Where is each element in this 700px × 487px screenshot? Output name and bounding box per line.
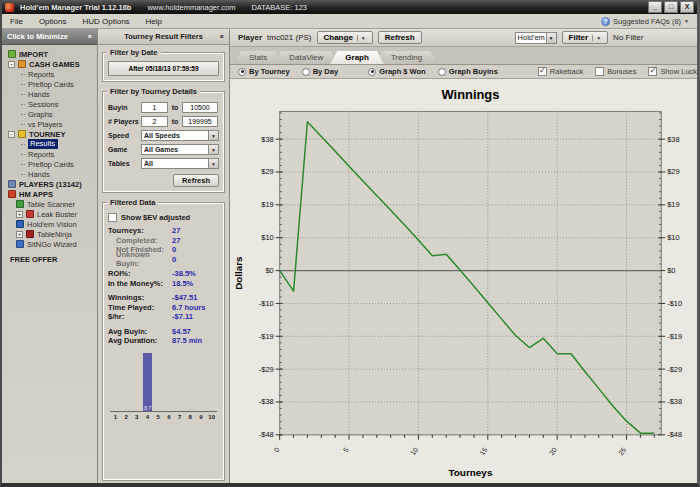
filtered-data-title: Filtered Data — [107, 198, 158, 207]
y-tick-label: -$19 — [667, 332, 682, 341]
sidebar-item-label: Graphs — [28, 110, 53, 119]
y-tick-label: $19 — [667, 200, 679, 209]
sidebar-item-tableninja[interactable]: +TableNinja — [4, 229, 97, 239]
filters-panel-title: Tourney Result Filters — [124, 32, 203, 41]
maximize-button[interactable]: □ — [664, 1, 678, 13]
y-tick-label: -$10 — [667, 299, 682, 308]
expand-node-icon[interactable]: + — [16, 211, 23, 218]
menu-items: FileOptionsHUD OptionsHelp — [2, 17, 170, 26]
stat-tourneys: Tourneys:27 — [108, 226, 219, 236]
stat-label: Time Played: — [108, 303, 172, 312]
collapse-left-icon[interactable]: « — [88, 32, 92, 41]
players-min-input[interactable] — [141, 116, 168, 127]
tree-line — [21, 164, 25, 165]
sidebar-item-leak-buster[interactable]: +Leak Buster — [4, 209, 97, 219]
speed-select[interactable]: All Speeds▼ — [141, 130, 219, 141]
filter-button[interactable]: Filter ▼ — [562, 31, 609, 44]
sidebar-item-preflop-cards[interactable]: Preflop Cards — [4, 79, 97, 89]
sidebar-item-sessions[interactable]: Sessions — [4, 99, 97, 109]
date-filter-button[interactable]: After 05/18/13 07:59:59 — [108, 61, 219, 76]
bonuses-checkbox[interactable] — [595, 67, 604, 76]
collapse-node-icon[interactable]: - — [8, 131, 15, 138]
sidebar-item-vs-players[interactable]: vs Players — [4, 119, 97, 129]
sidebar-item-tourney[interactable]: -TOURNEY — [4, 129, 97, 139]
show-luck-adjusted-winnings-checkbox[interactable] — [648, 67, 657, 76]
radio-graph-won[interactable]: Graph $ Won — [368, 67, 426, 76]
buyin-max-input[interactable] — [182, 102, 218, 113]
sidebar-item-graphs[interactable]: Graphs — [4, 109, 97, 119]
histogram-x-label: 5 — [153, 414, 164, 420]
sidebar-item-hm-apps[interactable]: HM APPS — [4, 189, 97, 199]
expand-node-icon[interactable]: + — [16, 231, 23, 238]
sidebar-minimize-bar[interactable]: Click to Minimize « — [2, 29, 97, 45]
sidebar-item-reports[interactable]: Reports — [4, 149, 97, 159]
checkbox-show-luck-adjusted-winnings[interactable]: Show Luck Adjusted Winnings — [648, 67, 700, 76]
sidebar-item-players-13142[interactable]: PLAYERS (13142) — [4, 179, 97, 189]
radio-graph-buyins[interactable]: Graph Buyins — [438, 67, 498, 76]
select-filter-rows: SpeedAll Speeds▼GameAll Games▼TablesAll▼ — [108, 129, 219, 170]
radio-by-tourney[interactable]: By Tourney — [238, 67, 290, 76]
tree-line — [21, 114, 25, 115]
checkbox-rakeback[interactable]: Rakeback — [538, 67, 583, 76]
sidebar-item-label: SitNGo Wizard — [27, 240, 77, 249]
radio-by-day[interactable]: By Day — [302, 67, 338, 76]
x-tick-label: 5 — [342, 446, 350, 453]
sidebar-item-reports[interactable]: Reports — [4, 69, 97, 79]
menu-help[interactable]: Help — [138, 17, 170, 26]
graph-buyins-radio[interactable] — [438, 68, 446, 76]
refresh-filters-button[interactable]: Refresh — [173, 174, 219, 187]
close-button[interactable]: X — [680, 1, 694, 13]
sidebar-item-results[interactable]: Results — [4, 139, 97, 149]
suggested-faqs[interactable]: ? Suggested FAQs (8) ▼ — [601, 17, 697, 26]
tables-select[interactable]: All▼ — [141, 158, 219, 169]
tab-graph[interactable]: Graph — [330, 51, 384, 64]
sidebar-item-sitngo-wizard[interactable]: SitNGo Wizard — [4, 239, 97, 249]
graph-won-radio[interactable] — [368, 68, 376, 76]
stat-value: -$47.51 — [172, 293, 197, 302]
select-row-game: GameAll Games▼ — [108, 143, 219, 156]
chevron-down-icon[interactable]: ▼ — [546, 33, 556, 43]
game-type-select[interactable]: Hold'em ▼ — [515, 32, 557, 44]
show-ev-adjusted-label: Show $EV adjusted — [121, 213, 190, 222]
by-tourney-radio[interactable] — [238, 68, 246, 76]
players-max-input[interactable] — [182, 116, 218, 127]
chevron-down-icon[interactable]: ▼ — [208, 131, 218, 140]
menu-options[interactable]: Options — [31, 17, 75, 26]
tab-trending[interactable]: Trending — [376, 51, 437, 64]
tab-dataview[interactable]: DataView — [274, 51, 338, 64]
tab-stats[interactable]: Stats — [234, 51, 282, 64]
show-ev-adjusted-checkbox[interactable] — [108, 213, 117, 222]
sidebar-item-cash-games[interactable]: -CASH GAMES — [4, 59, 97, 69]
menu-file[interactable]: File — [2, 17, 31, 26]
checkbox-bonuses[interactable]: Bonuses — [595, 67, 636, 76]
stat-label: Winnings: — [108, 293, 172, 302]
stat-label: Completed: — [108, 236, 172, 245]
app-title: Hold'em Manager Trial 1.12.16b — [20, 3, 131, 12]
collapse-node-icon[interactable]: - — [8, 61, 15, 68]
collapse-filters-icon[interactable]: « — [220, 32, 224, 41]
chevron-down-icon[interactable]: ▼ — [208, 159, 218, 168]
sidebar-item-label: Hold'em Vision — [27, 220, 77, 229]
sidebar-item-hold-em-vision[interactable]: Hold'em Vision — [4, 219, 97, 229]
show-ev-adjusted-row[interactable]: Show $EV adjusted — [108, 211, 219, 223]
game-select[interactable]: All Games▼ — [141, 144, 219, 155]
select-value: All Speeds — [142, 132, 208, 139]
histogram-x-label: 10 — [206, 414, 217, 420]
buyin-min-input[interactable] — [141, 102, 168, 113]
by-day-radio[interactable] — [302, 68, 310, 76]
sidebar-item-import[interactable]: IMPORT — [4, 49, 97, 59]
radio-label: Graph Buyins — [449, 67, 498, 76]
sidebar-item-free-offer[interactable]: FREE OFFER — [4, 254, 97, 264]
minimize-button[interactable]: _ — [648, 1, 662, 13]
sidebar-item-hands[interactable]: Hands — [4, 89, 97, 99]
rakeback-checkbox[interactable] — [538, 67, 547, 76]
chevron-down-icon[interactable]: ▼ — [208, 145, 218, 154]
stat-label: ROI%: — [108, 269, 172, 278]
sidebar-item-preflop-cards[interactable]: Preflop Cards — [4, 159, 97, 169]
refresh-button[interactable]: Refresh — [378, 31, 422, 44]
menu-hud-options[interactable]: HUD Options — [74, 17, 137, 26]
sidebar-item-hands[interactable]: Hands — [4, 169, 97, 179]
players-icon — [8, 180, 16, 188]
sidebar-item-table-scanner[interactable]: Table Scanner — [4, 199, 97, 209]
change-player-button[interactable]: Change ▼ — [317, 31, 373, 44]
